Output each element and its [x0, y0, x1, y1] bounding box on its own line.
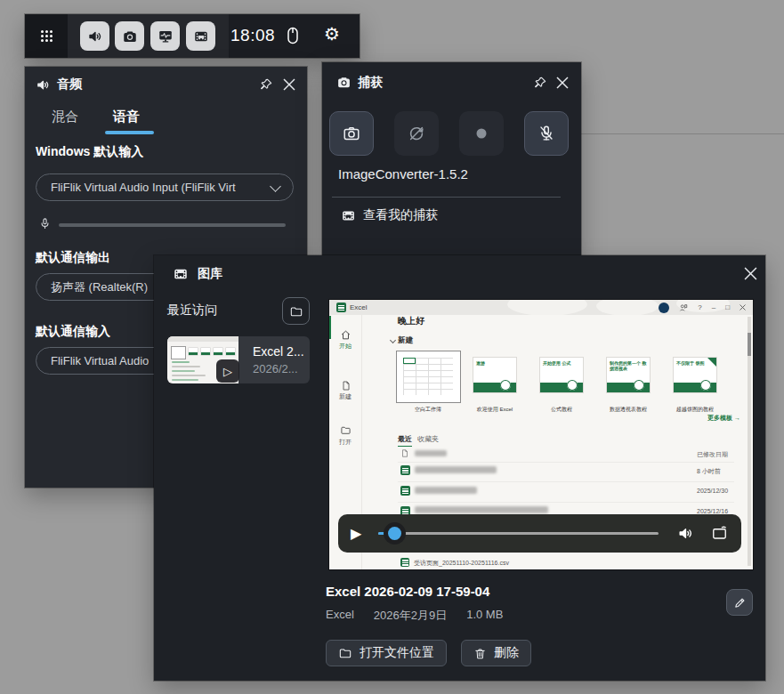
collapse-chevron-icon [390, 337, 396, 343]
camera-icon [342, 124, 361, 143]
sidebar-item-new[interactable]: 新建 [329, 392, 361, 401]
close-button[interactable] [554, 75, 570, 91]
screenshot-button[interactable] [329, 111, 374, 156]
comm-output-value: 扬声器 (Realtek(R) [51, 279, 148, 295]
seek-bar[interactable] [378, 532, 659, 535]
close-icon[interactable] [740, 304, 746, 311]
film-gamepad-icon [172, 266, 190, 282]
excel-scrollbar[interactable] [748, 317, 751, 566]
recent-access-label: 最近访问 [167, 303, 217, 319]
rename-button[interactable] [726, 589, 753, 616]
template-banner-text: 开始使用 公式 [540, 358, 583, 366]
more-templates-link[interactable]: 更多模板 → [707, 414, 740, 423]
widget-menu-button[interactable] [25, 14, 68, 58]
meta-date: 2026年2月9日 [374, 608, 447, 624]
active-tab-underline [105, 131, 154, 134]
template-card[interactable]: 遨游 [473, 358, 516, 392]
help-icon[interactable]: ? [698, 302, 701, 313]
view-my-captures-link[interactable]: 查看我的捕获 [363, 207, 438, 223]
close-icon [283, 78, 295, 91]
template-label: 超越饼图的教程 [676, 406, 714, 414]
close-icon [744, 267, 757, 280]
gear-icon: ⚙ [324, 25, 340, 43]
modified-date-header: 已修改日期 [697, 450, 728, 459]
play-outline-glyph: ▷ [223, 365, 232, 378]
performance-widget-toggle[interactable] [150, 21, 180, 51]
pin-icon [259, 77, 273, 92]
active-nav-indicator [329, 316, 331, 339]
blurred-filename [415, 506, 548, 513]
template-banner [607, 383, 650, 392]
performance-icon [158, 28, 174, 44]
doc-icon [400, 448, 409, 458]
seek-handle[interactable] [384, 522, 406, 545]
clock: 18:08 [230, 26, 280, 45]
file-row-date: 8 小时前 [697, 467, 721, 476]
meta-size: 1.0 MB [466, 608, 503, 624]
close-button[interactable] [281, 77, 297, 93]
close-icon [556, 77, 569, 89]
mic-volume-slider[interactable] [59, 223, 286, 227]
default-input-select[interactable]: FliFlik Virtual Audio Input (FliFlik Vir… [36, 174, 294, 201]
sidebar-item-home[interactable]: 开始 [329, 342, 361, 351]
grid-icon [40, 29, 53, 43]
gallery-widget-toggle[interactable] [186, 21, 215, 51]
feedback-icon [679, 303, 688, 312]
comm-input-label: 默认通信输入 [36, 324, 110, 340]
cast-icon [711, 525, 728, 542]
template-blank-workbook[interactable] [396, 351, 461, 403]
film-gamepad-icon [340, 208, 357, 223]
record-dot-icon [472, 124, 491, 143]
folder-icon [338, 646, 352, 660]
mic-mute-button[interactable] [524, 111, 569, 156]
speaker-icon [87, 28, 103, 44]
open-file-location-button[interactable]: 打开文件位置 [326, 640, 447, 666]
delete-button[interactable]: 删除 [461, 640, 531, 666]
mic-off-icon [537, 124, 556, 143]
cast-button[interactable] [711, 525, 728, 542]
settings-button[interactable]: ⚙ [324, 25, 340, 43]
film-gamepad-icon [193, 28, 209, 44]
home-icon [340, 329, 352, 341]
open-file-location-label: 打开文件位置 [360, 645, 434, 661]
tab-voice[interactable]: 语音 [113, 109, 140, 125]
comm-input-value: FliFlik Virtual Audio [51, 354, 149, 367]
capture-widget-toggle[interactable] [115, 21, 144, 51]
blurred-filename [415, 450, 447, 456]
pin-button[interactable] [532, 75, 548, 91]
template-banner-text: 遨游 [473, 358, 516, 366]
close-button[interactable] [742, 265, 758, 281]
excel-tab-recent[interactable]: 最近 [398, 434, 412, 447]
csv-file-icon [400, 558, 409, 567]
capture-panel-title: 捕获 [358, 75, 383, 91]
template-label: 空白工作簿 [415, 406, 441, 414]
tab-mix[interactable]: 混合 [52, 109, 78, 125]
pin-button[interactable] [258, 77, 274, 93]
record-button-disabled[interactable] [459, 111, 504, 156]
template-banner [473, 383, 516, 392]
selected-file-title: Excel 2026-02-09 17-59-04 [326, 584, 489, 599]
mouse-button[interactable] [287, 27, 299, 44]
divider [332, 197, 561, 198]
file-row-date: 2025/12/30 [697, 488, 728, 494]
blurred-filename [415, 466, 497, 473]
play-overlay-icon: ▷ [216, 359, 239, 383]
open-gallery-folder-button[interactable] [282, 297, 310, 325]
template-card[interactable]: 制作您的第一个 数据透视表 [607, 358, 650, 392]
mouse-icon [287, 27, 299, 44]
gallery-list-item-selected[interactable]: ▷ Excel 2... 2026/2... [167, 336, 310, 383]
volume-button[interactable] [677, 525, 694, 542]
excel-file-icon [400, 486, 410, 496]
excel-tab-pinned[interactable]: 收藏夹 [417, 434, 439, 444]
audio-panel-title: 音频 [57, 77, 82, 93]
minimize-icon[interactable]: – [712, 302, 715, 313]
record-last-button-disabled[interactable] [394, 111, 439, 156]
sidebar-item-open[interactable]: 打开 [329, 438, 361, 447]
maximize-icon[interactable]: □ [725, 302, 730, 313]
default-input-label: Windows 默认输入 [36, 144, 143, 160]
template-card[interactable]: 开始使用 公式 [540, 358, 583, 392]
play-button[interactable]: ▶ [351, 525, 361, 542]
audio-widget-toggle[interactable] [80, 21, 109, 51]
comm-output-label: 默认通信输出 [36, 250, 110, 266]
template-card[interactable]: 不仅限于 饼图 [674, 358, 716, 392]
